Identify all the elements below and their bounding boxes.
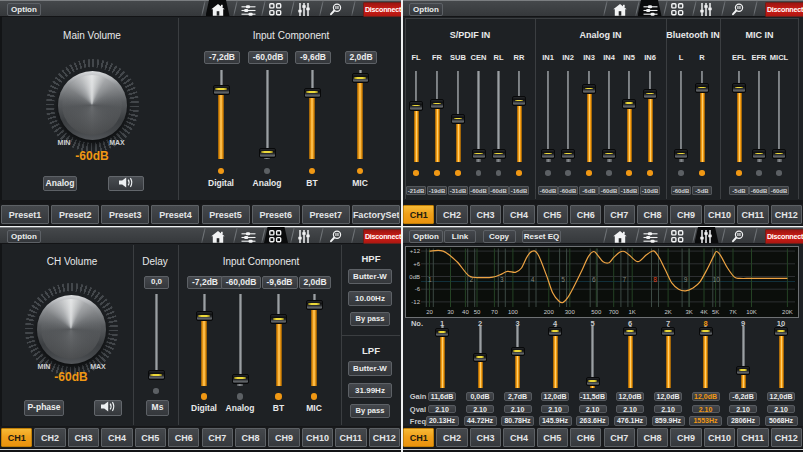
svg-text:8: 8 [653, 276, 657, 283]
svg-text:1: 1 [428, 276, 432, 283]
svg-text:5K: 5K [712, 309, 719, 315]
svg-text:30: 30 [447, 309, 454, 315]
svg-text:5: 5 [561, 276, 565, 283]
svg-text:500: 500 [591, 309, 602, 315]
svg-text:0dB: 0dB [409, 274, 420, 280]
svg-text:50: 50 [474, 309, 481, 315]
svg-text:10K: 10K [746, 309, 757, 315]
svg-text:6: 6 [592, 276, 596, 283]
svg-text:1K: 1K [629, 309, 636, 315]
svg-text:70: 70 [491, 309, 498, 315]
svg-text:2K: 2K [664, 309, 671, 315]
svg-text:10: 10 [713, 276, 721, 283]
svg-text:+12: +12 [410, 248, 421, 254]
svg-text:+6: +6 [413, 261, 421, 267]
svg-text:200: 200 [544, 309, 555, 315]
svg-text:100: 100 [508, 309, 519, 315]
svg-text:-6: -6 [415, 286, 421, 292]
svg-text:3K: 3K [685, 309, 692, 315]
svg-text:9: 9 [684, 276, 688, 283]
svg-text:7: 7 [623, 276, 627, 283]
svg-text:4K: 4K [700, 309, 707, 315]
svg-text:20K: 20K [782, 309, 793, 315]
svg-text:3: 3 [500, 276, 504, 283]
svg-text:7K: 7K [729, 309, 736, 315]
svg-text:4: 4 [531, 276, 535, 283]
svg-text:20: 20 [426, 309, 433, 315]
svg-text:-12: -12 [411, 299, 420, 305]
svg-text:300: 300 [565, 309, 576, 315]
svg-text:40: 40 [462, 309, 469, 315]
svg-text:700: 700 [609, 309, 620, 315]
